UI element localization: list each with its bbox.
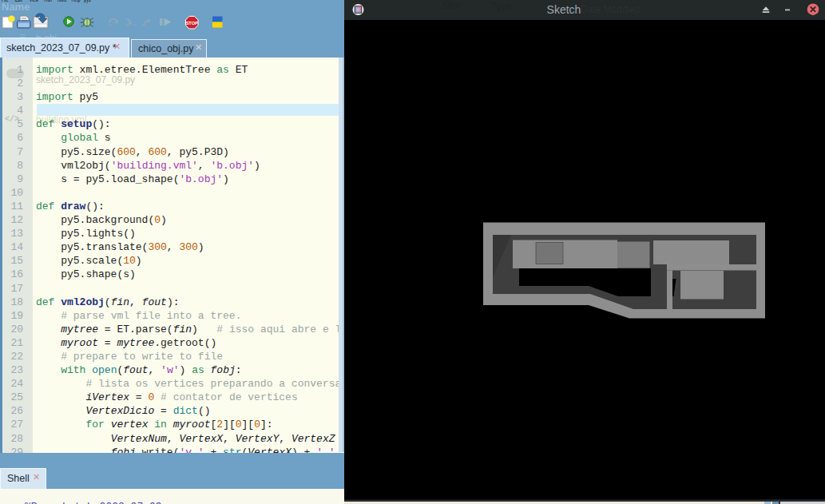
svg-text:Type: Type [491,1,512,12]
svg-text:STOP: STOP [186,21,198,26]
svg-text:Date Modified: Date Modified [581,4,640,15]
svg-text:Size: Size [442,0,461,11]
svg-text:Sketch: Sketch [547,3,581,16]
